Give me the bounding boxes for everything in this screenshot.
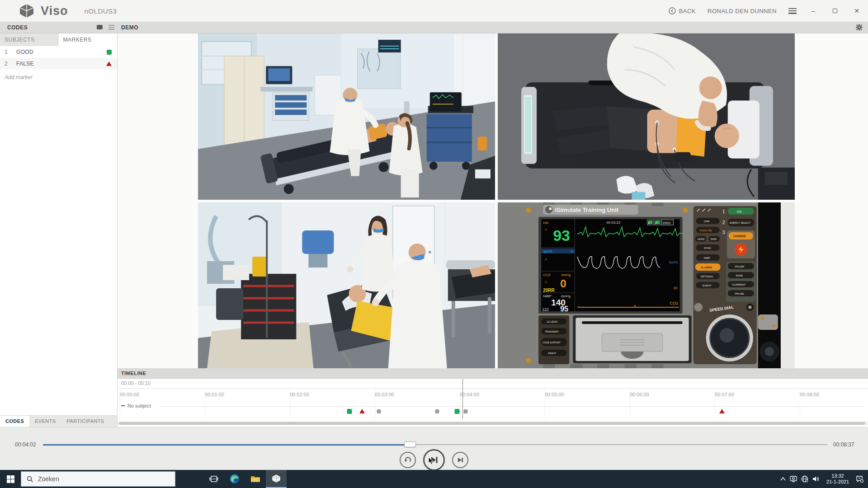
skip-end-icon [457, 456, 464, 464]
menu-icon[interactable] [788, 8, 797, 14]
sync-button: SYNC [704, 247, 712, 249]
timeline-header: TIMELINE [118, 368, 868, 379]
marker-number: 2 [5, 61, 16, 67]
video-feed-2 [498, 33, 795, 200]
volume-icon[interactable] [812, 476, 820, 482]
tab-bar: CODES DEMO [0, 22, 868, 33]
svg-text:⚠: ⚠ [544, 280, 547, 283]
taskbar-clock[interactable]: 13:32 21-1-2021 [824, 473, 852, 485]
file-explorer-button[interactable] [245, 470, 266, 488]
user-menu[interactable]: RONALD DEN DUNNEN [708, 8, 777, 14]
viso-app-window: Viso nOLDUS3 BACK RONALD DEN DUNNEN – ✕ … [0, 0, 868, 488]
settings-gear-icon[interactable] [856, 24, 863, 31]
edge-icon [230, 474, 240, 484]
timeline-marker-neutral[interactable] [435, 409, 439, 413]
timeline-marker-false[interactable] [359, 409, 365, 413]
marker-item-false[interactable]: 2 FALSE [0, 58, 117, 70]
start-button[interactable] [0, 470, 21, 488]
tab-events[interactable]: EVENTS [29, 416, 61, 427]
timeline-title: TIMELINE [121, 371, 146, 376]
replay-button[interactable] [400, 452, 416, 468]
timeline-marker-good[interactable] [454, 409, 459, 414]
edge-browser-button[interactable] [224, 470, 245, 488]
tab-subjects[interactable]: SUBJECTS [0, 33, 59, 46]
current-time: 00:04:02 [15, 441, 36, 448]
search-icon [27, 476, 33, 483]
size-button: SIZE [711, 238, 717, 240]
timeline-tick: 00:00:00 [120, 392, 139, 397]
skip-end-button[interactable] [452, 452, 468, 468]
slider-thumb[interactable] [404, 441, 416, 447]
rate-button: RATE [736, 274, 743, 277]
minimize-button[interactable]: – [808, 7, 818, 14]
total-time: 00:08:37 [833, 441, 854, 448]
video-cam2-scene [498, 33, 795, 200]
comment-icon[interactable] [97, 25, 103, 29]
close-button[interactable]: ✕ [852, 7, 862, 14]
mouse-cursor [428, 457, 434, 465]
project-name: nOLDUS3 [85, 7, 117, 15]
marker-label: GOOD [16, 49, 107, 55]
nibp-dia: 95 [560, 305, 568, 313]
timeline-tick: 00:03:00 [375, 392, 394, 397]
nibp-label: NIBP [543, 294, 552, 298]
video-feed-4: iSimulate Training Unit 00:03:22 1 2 200… [498, 202, 795, 368]
timeline-scale[interactable]: 00:00:0000:01:0000:02:0000:03:0000:04:00… [118, 389, 868, 401]
replay-icon [404, 456, 412, 464]
restore-button[interactable] [830, 7, 840, 14]
windows-logo-icon [7, 475, 14, 483]
timeline-marker-good[interactable] [347, 409, 352, 414]
brand: Viso nOLDUS3 [19, 4, 117, 18]
network-globe-icon[interactable] [801, 475, 808, 483]
play-pause-button[interactable] [423, 449, 445, 471]
windows-taskbar: 13:32 21-1-2021 [0, 470, 868, 488]
taskbar-search[interactable] [21, 471, 175, 487]
tab-participants[interactable]: PARTICIPANTS [61, 416, 110, 427]
video-cam3-scene [198, 202, 495, 368]
tab-codes[interactable]: CODES [0, 416, 29, 427]
clock-date: 21-1-2021 [826, 479, 849, 485]
timeline-marker-neutral[interactable] [377, 409, 381, 413]
co2-scale: 20 [674, 286, 678, 290]
co2-value: 0 [560, 277, 566, 290]
digit-3: 3 [722, 230, 725, 235]
back-button[interactable]: BACK [669, 7, 696, 14]
spo2-wave-label: SpO2 [669, 260, 679, 264]
co2-right-label: CO2 [670, 301, 679, 305]
nibp-map: 110 [542, 307, 548, 312]
seek-slider[interactable] [43, 441, 827, 448]
task-view-icon [209, 474, 218, 483]
print-button: PRINT [548, 352, 556, 355]
timeline-range-row[interactable]: 00:00 - 00:10 [118, 379, 868, 389]
timeline-marker-false[interactable] [719, 409, 725, 413]
tab-markers[interactable]: MARKERS [59, 33, 118, 46]
task-view-button[interactable] [203, 470, 224, 488]
isimulate-monitor-scene: iSimulate Training Unit 00:03:22 1 2 200… [498, 202, 795, 368]
event-button: EVENT [703, 284, 712, 287]
search-input[interactable] [38, 475, 151, 483]
timeline-scrollbar[interactable] [118, 421, 868, 425]
tray-device-icon[interactable] [790, 476, 797, 482]
tab-demo[interactable]: DEMO [121, 24, 138, 31]
hr-value: 93 [553, 227, 570, 244]
action-center-icon[interactable] [856, 475, 863, 483]
current-button: CURRENT [732, 283, 746, 286]
viso-cube-icon [272, 474, 281, 483]
add-marker-button[interactable]: Add marker [0, 70, 117, 80]
folder-icon [250, 475, 260, 483]
co2-unit: mmHg [561, 273, 571, 277]
timeline-marker-neutral[interactable] [463, 409, 467, 413]
battery2-label: 2 [655, 221, 657, 225]
tray-chevron-icon[interactable] [780, 477, 786, 481]
hr-label: HR [543, 221, 548, 225]
marker-number: 1 [5, 49, 16, 55]
on-button: ON [737, 210, 742, 213]
analyze-button: ANALYZE [700, 229, 712, 232]
timeline-scrollbar-thumb[interactable] [119, 422, 865, 425]
marker-item-good[interactable]: 1 GOOD [0, 46, 117, 58]
list-view-icon[interactable] [108, 25, 114, 30]
timeline-tick: 00:06:00 [630, 392, 649, 397]
viso-taskbar-button[interactable] [266, 470, 287, 488]
timeline-playhead[interactable] [462, 379, 463, 419]
battery1-label: 1 [648, 221, 650, 225]
